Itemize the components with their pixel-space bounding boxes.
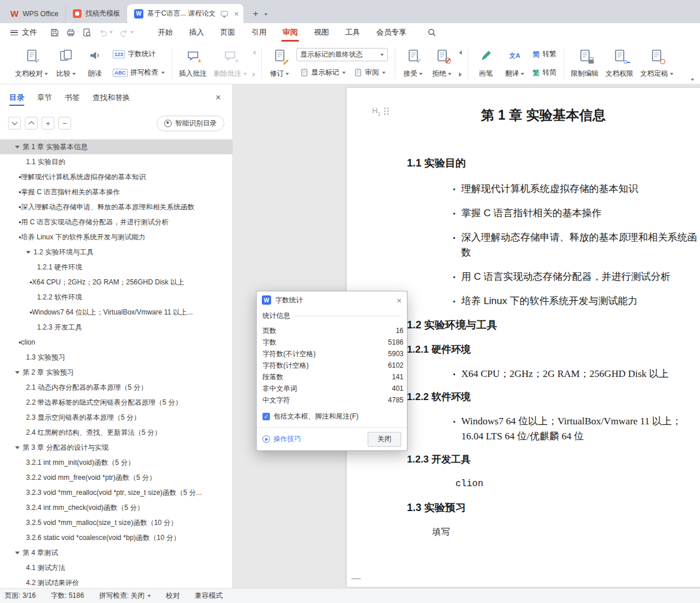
menu-tab[interactable]: 审阅	[275, 23, 306, 42]
toc-item[interactable]: 3.2.4 int mm_check(void)函数（5 分）	[0, 500, 232, 515]
track-changes-button[interactable]: 修订	[265, 45, 294, 82]
toc-item[interactable]: ▪Windows7 64 位以上；VirtualBox/Vmware 11 以上…	[0, 305, 232, 320]
toc-item[interactable]: 3.2.5 void *mm_malloc(size_t size)函数（10 …	[0, 515, 232, 530]
collapse-all-button[interactable]	[25, 117, 38, 130]
window-tab-template[interactable]: 找稿壳模板	[65, 4, 127, 23]
toc-item[interactable]: 2.3 显示空间链表的基本原理（5 分）	[0, 410, 232, 425]
sidebar-tab[interactable]: 书签	[65, 84, 80, 110]
sidebar-tab[interactable]: 目录	[9, 84, 24, 110]
toc-item[interactable]: 第 3 章 分配器的设计与实现	[0, 440, 232, 455]
menu-tab[interactable]: 开始	[150, 23, 181, 42]
toc-item[interactable]: 2.4 红黑树的结构、查找、更新算法（5 分）	[0, 425, 232, 440]
toc-item[interactable]: 3.2.2 void mm_free(void *ptr)函数（5 分）	[0, 470, 232, 485]
toc-collapse-icon[interactable]	[15, 446, 20, 449]
doc-permission-button[interactable]: 文档权限	[602, 45, 637, 82]
toc-item[interactable]: ▪用 C 语言实现动态存储分配器，并进行测试分析	[0, 214, 232, 230]
toc-item[interactable]: 3.2.1 int mm_init(void)函数（5 分）	[0, 455, 232, 470]
proofread-indicator[interactable]: 校对	[166, 591, 180, 601]
next-comment-button[interactable]	[250, 70, 258, 79]
doc-proofread-button[interactable]: ✓ 文档校对	[12, 45, 51, 82]
zoom-out-outline-button[interactable]: −	[58, 117, 71, 130]
translate-button[interactable]: 文A 翻译	[501, 45, 529, 82]
toc-item[interactable]: 1.2 实验环境与工具	[0, 245, 232, 260]
new-tab-button[interactable]: +	[248, 6, 263, 21]
page-indicator[interactable]: 页面: 3/16	[5, 591, 36, 601]
search-button[interactable]	[425, 25, 439, 39]
save-button[interactable]	[47, 25, 62, 39]
markup-state-select[interactable]: 显示标记的最终状态	[297, 48, 388, 61]
toc-item[interactable]: 3.2.6 static void *coalesce(void *bp)函数（…	[0, 530, 232, 545]
menu-tab[interactable]: 视图	[306, 23, 337, 42]
toc-item[interactable]: ▪X64 CPU；2GHz；2G RAM；256GHD Disk 以上	[0, 275, 232, 290]
accept-revision-button[interactable]: ✓ 接受	[399, 45, 428, 82]
dialog-titlebar[interactable]: W 字数统计 ×	[257, 291, 407, 309]
smart-toc-button[interactable]: 智能识别目录	[157, 116, 224, 131]
ink-brush-button[interactable]: 画笔	[472, 45, 501, 82]
word-count-button[interactable]: 123 字数统计	[109, 48, 168, 60]
menu-tab[interactable]: 会员专享	[368, 23, 414, 42]
reject-revision-button[interactable]: 拒绝	[428, 45, 457, 82]
toc-item[interactable]: ▪掌握 C 语言指针相关的基本操作	[0, 184, 232, 199]
restrict-editing-button[interactable]: 限制编辑	[568, 45, 602, 82]
toc-item[interactable]: 4.2 测试结果评价	[0, 575, 232, 588]
tips-link[interactable]: 操作技巧	[262, 434, 301, 444]
window-tab-current-document[interactable]: W 基于C语言... 课程论文 ×	[127, 4, 243, 23]
doc-finalize-button[interactable]: 文档定稿	[637, 45, 677, 82]
tab-list-chevron-icon[interactable]	[264, 13, 268, 16]
toc-collapse-icon[interactable]	[26, 251, 31, 254]
toc-item[interactable]: ▪深入理解动态存储申请、释放的基本原理和相关系统函数	[0, 199, 232, 214]
zoom-in-outline-button[interactable]: +	[42, 117, 54, 130]
show-markup-button[interactable]: 显示标记	[297, 66, 349, 79]
redo-button[interactable]	[117, 25, 136, 39]
word-count-indicator[interactable]: 字数: 5186	[51, 591, 84, 601]
print-preview-button[interactable]	[80, 25, 94, 39]
toc-item[interactable]: 4.1 测试方法	[0, 560, 232, 575]
previous-revision-button[interactable]	[457, 48, 464, 57]
insert-comment-button[interactable]: + 插入批注	[176, 45, 210, 82]
to-traditional-button[interactable]: 简 转繁	[529, 48, 560, 60]
menu-tab[interactable]: 引用	[243, 23, 275, 42]
next-revision-button[interactable]	[457, 70, 464, 79]
close-dialog-button[interactable]: 关闭	[368, 432, 401, 447]
ribbon-collapse-icon[interactable]	[691, 79, 694, 81]
toc-item[interactable]: 1.2.3 开发工具	[0, 320, 232, 335]
close-sidebar-icon[interactable]: ×	[216, 93, 221, 103]
undo-button[interactable]	[96, 25, 115, 39]
print-button[interactable]	[64, 25, 78, 39]
toc-collapse-icon[interactable]	[15, 552, 20, 554]
window-tab-wps-home[interactable]: W WPS Office	[3, 4, 65, 23]
include-footnotes-checkbox[interactable]: ✓ 包括文本框、脚注和尾注(F)	[257, 407, 407, 427]
spell-check-indicator[interactable]: 拼写检查: 关闭	[99, 591, 151, 601]
toc-collapse-icon[interactable]	[15, 371, 20, 374]
read-aloud-button[interactable]: 朗读	[80, 45, 109, 82]
toc-item[interactable]: 1.2.1 硬件环境	[0, 260, 232, 275]
toc-item[interactable]: 2.2 带边界标签的隐式空闲链表分配器原理（5 分）	[0, 395, 232, 410]
toc-item[interactable]: 3.2.3 void *mm_realloc(void *ptr, size_t…	[0, 485, 232, 500]
toc-item[interactable]: ▪培养 Linux 下的软件系统开发与测试能力	[0, 230, 232, 245]
toc-item[interactable]: ▪clion	[0, 335, 232, 350]
sidebar-tab[interactable]: 章节	[37, 84, 52, 110]
to-simplified-button[interactable]: 繁 转简	[529, 66, 560, 79]
menu-tab[interactable]: 插入	[181, 23, 212, 42]
sidebar-tab[interactable]: 查找和替换	[92, 84, 130, 110]
previous-comment-button[interactable]	[250, 48, 258, 57]
toc-item[interactable]: 第 4 章测试	[0, 545, 232, 560]
close-dialog-icon[interactable]: ×	[397, 296, 402, 305]
menu-tab[interactable]: 页面	[212, 23, 243, 42]
toc-item[interactable]: 2.1 动态内存分配器的基本原理（5 分）	[0, 380, 232, 395]
toc-item[interactable]: 第 2 章 实验预习	[0, 365, 232, 380]
toc-item[interactable]: 1.3 实验预习	[0, 350, 232, 365]
toc-item[interactable]: ▪理解现代计算机系统虚拟存储的基本知识	[0, 169, 232, 184]
toc-collapse-icon[interactable]	[15, 146, 20, 149]
review-pane-button[interactable]: 审阅	[350, 66, 389, 79]
file-menu-button[interactable]: 文件	[6, 25, 42, 40]
toc-item[interactable]: 第 1 章 实验基本信息	[0, 139, 232, 154]
compare-button[interactable]: 比较	[51, 45, 80, 82]
close-tab-icon[interactable]: ×	[234, 10, 239, 18]
spell-check-button[interactable]: ABC 拼写检查	[109, 66, 168, 79]
delete-comment-button[interactable]: × 删除批注	[210, 45, 250, 82]
toc-item[interactable]: 1.1 实验目的	[0, 154, 232, 169]
menu-tab[interactable]: 工具	[337, 23, 368, 42]
expand-all-button[interactable]	[8, 117, 21, 130]
toc-item[interactable]: 1.2.2 软件环境	[0, 290, 232, 305]
